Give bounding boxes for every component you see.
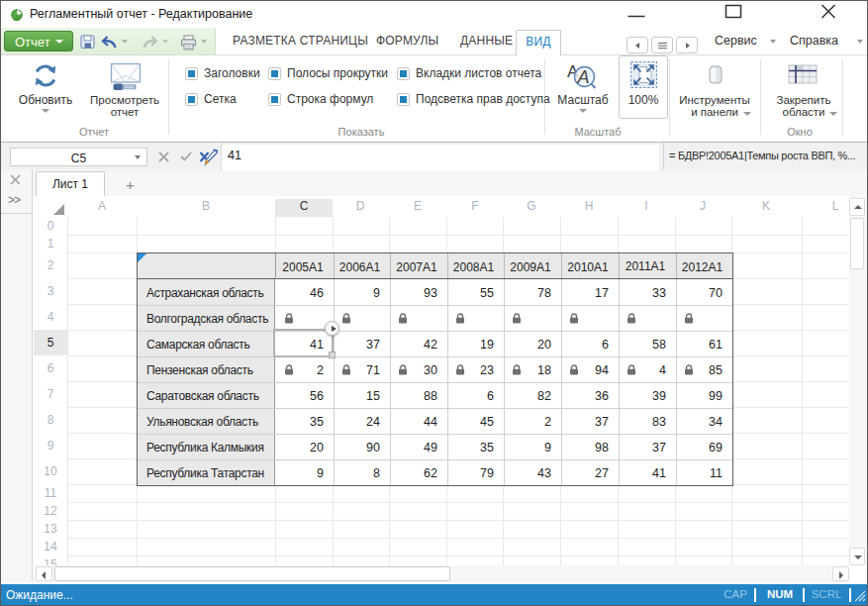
svg-text:A: A [577, 67, 590, 87]
